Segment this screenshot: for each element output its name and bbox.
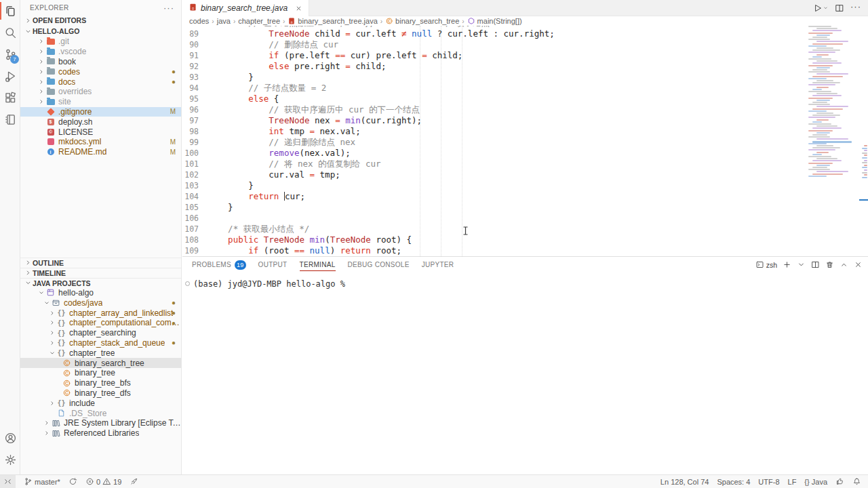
tree-item-book[interactable]: book bbox=[20, 57, 181, 67]
tree-item-gitignore[interactable]: .gitignoreM bbox=[20, 107, 181, 117]
split-icon[interactable] bbox=[811, 260, 820, 269]
chevron-up-icon[interactable] bbox=[840, 260, 848, 269]
line-number[interactable]: 107 bbox=[182, 224, 208, 235]
line-number[interactable]: 99 bbox=[182, 137, 208, 148]
code-line-104[interactable]: 104 return cur; bbox=[182, 191, 868, 202]
tree-item-binary-tree-bfs[interactable]: binary_tree_bfs bbox=[20, 378, 181, 388]
panel-tab-jupyter[interactable]: JUPYTER bbox=[422, 257, 454, 272]
line-number[interactable]: 104 bbox=[182, 191, 208, 202]
tree-item-readme-md[interactable]: iREADME.mdM bbox=[20, 147, 181, 157]
tree-item-codes[interactable]: codes● bbox=[20, 66, 181, 77]
tree-item-binary-tree[interactable]: binary_tree bbox=[20, 368, 181, 378]
panel-tab-problems[interactable]: PROBLEMS19 bbox=[192, 257, 246, 272]
line-number[interactable]: 92 bbox=[182, 61, 208, 72]
breadcrumb-item-binary-search-tree[interactable]: binary_search_tree bbox=[385, 17, 459, 25]
run-button[interactable] bbox=[813, 3, 829, 13]
activitybar-item-source-control[interactable]: 7 bbox=[0, 43, 20, 65]
code-line-102[interactable]: 102 cur.val = tmp; bbox=[182, 169, 868, 180]
tree-item-codes-java[interactable]: codes/java● bbox=[20, 298, 181, 308]
panel-tab-debug-console[interactable]: DEBUG CONSOLE bbox=[348, 257, 410, 272]
status-item-cursor-position[interactable]: Ln 128, Col 74 bbox=[660, 478, 709, 486]
code-line-95[interactable]: 95 else { bbox=[182, 94, 868, 104]
tree-item-vscode[interactable]: .vscode bbox=[20, 47, 181, 57]
breadcrumb-item-binary-search-tree-java[interactable]: binary_search_tree.java bbox=[288, 17, 377, 25]
status-item-language-mode[interactable]: {} Java bbox=[804, 478, 827, 486]
status-item-branch[interactable]: master* bbox=[24, 477, 60, 486]
tree-item-git[interactable]: .git bbox=[20, 37, 181, 47]
code-line-106[interactable]: 106 bbox=[182, 213, 868, 224]
activitybar-item-run-debug[interactable] bbox=[0, 65, 20, 87]
code-line-109[interactable]: 109 if (root == null) return root; bbox=[182, 245, 868, 256]
code-line-94[interactable]: 94 // 子结点数量 = 2 bbox=[182, 83, 868, 94]
tree-item-chapter-stack-and-queue[interactable]: {}chapter_stack_and_queue● bbox=[20, 338, 181, 348]
tree-item-chapter-computational-complexity[interactable]: {}chapter_computational_complexity● bbox=[20, 318, 181, 328]
chevron-down-icon[interactable] bbox=[797, 260, 806, 269]
plus-icon[interactable] bbox=[783, 260, 791, 269]
status-item-eol[interactable]: LF bbox=[788, 478, 797, 486]
line-number[interactable]: 105 bbox=[182, 202, 208, 213]
code-line-92[interactable]: 92 else pre.right = child; bbox=[182, 61, 868, 72]
code-line-105[interactable]: 105 } bbox=[182, 202, 868, 213]
terminal[interactable]: (base) jyd@JYD-MBP hello-algo % bbox=[182, 272, 868, 289]
line-number[interactable]: 97 bbox=[182, 115, 208, 126]
tree-item-docs[interactable]: docs● bbox=[20, 77, 181, 87]
line-number[interactable]: 103 bbox=[182, 180, 208, 191]
code-line-103[interactable]: 103 } bbox=[182, 180, 868, 191]
status-item-rocket[interactable] bbox=[130, 477, 138, 486]
line-number[interactable]: 89 bbox=[182, 28, 208, 39]
tree-item-include[interactable]: {}include bbox=[20, 398, 181, 408]
tree-item-hello-algo[interactable]: hello-algo bbox=[20, 288, 181, 298]
tree-item-license[interactable]: ©LICENSE bbox=[20, 127, 181, 137]
code-line-91[interactable]: 91 if (pre.left == cur) pre.left = child… bbox=[182, 50, 868, 61]
tree-item-referenced-libraries[interactable]: Referenced Libraries bbox=[20, 428, 181, 439]
close-icon[interactable] bbox=[295, 5, 302, 12]
tree-item-chapter-array-and-linkedlist[interactable]: {}chapter_array_and_linkedlist● bbox=[20, 308, 181, 318]
more-actions-button[interactable]: ··· bbox=[850, 1, 861, 12]
line-number[interactable]: 93 bbox=[182, 72, 208, 83]
line-number[interactable]: 94 bbox=[182, 83, 208, 94]
terminal-shell-select[interactable]: zsh bbox=[755, 260, 777, 269]
outline-header[interactable]: OUTLINE bbox=[20, 258, 181, 268]
code-line-89[interactable]: 89 TreeNode child = cur.left ≠ null ? cu… bbox=[182, 28, 868, 39]
breadcrumb-item-chapter-tree[interactable]: chapter_tree bbox=[238, 17, 280, 25]
command-decoration-icon[interactable] bbox=[185, 281, 190, 286]
activitybar-item-settings[interactable] bbox=[0, 449, 20, 470]
line-number[interactable]: 108 bbox=[182, 235, 208, 245]
split-editor-button[interactable] bbox=[835, 3, 844, 13]
activitybar-item-explorer[interactable] bbox=[0, 0, 20, 22]
line-number[interactable]: 100 bbox=[182, 148, 208, 159]
code-line-107[interactable]: 107 /* 获取最小结点 */ bbox=[182, 224, 868, 235]
status-item-encoding[interactable]: UTF-8 bbox=[758, 478, 779, 486]
breadcrumb-item-codes[interactable]: codes bbox=[189, 17, 209, 25]
sidebar-more-icon[interactable]: ··· bbox=[163, 3, 174, 13]
tree-item-deploy-sh[interactable]: $deploy.sh bbox=[20, 117, 181, 127]
line-number[interactable]: 98 bbox=[182, 126, 208, 137]
tree-item-overrides[interactable]: overrides bbox=[20, 87, 181, 97]
timeline-header[interactable]: TIMELINE bbox=[20, 268, 181, 278]
line-number[interactable]: 102 bbox=[182, 169, 208, 180]
java-projects-header[interactable]: JAVA PROJECTS bbox=[20, 278, 181, 288]
code-line-96[interactable]: 96 // 获取中序遍历中 cur 的下一个结点 bbox=[182, 104, 868, 115]
trash-icon[interactable] bbox=[825, 260, 834, 269]
activitybar-item-search[interactable] bbox=[0, 22, 20, 43]
tab-binary-search-tree-java[interactable]: binary_search_tree.java bbox=[182, 0, 309, 16]
tree-item-jre-system-library-eclipse-temurin-17-17[interactable]: JRE System Library [Eclipse Temurin 17 [… bbox=[20, 418, 181, 428]
code-line-90[interactable]: 90 // 删除结点 cur bbox=[182, 39, 868, 50]
code-line-93[interactable]: 93 } bbox=[182, 72, 868, 83]
code-line-99[interactable]: 99 // 递归删除结点 nex bbox=[182, 137, 868, 148]
code-line-100[interactable]: 100 remove(nex.val); bbox=[182, 148, 868, 159]
code-line-101[interactable]: 101 // 将 nex 的值复制给 cur bbox=[182, 159, 868, 169]
line-number[interactable]: 95 bbox=[182, 94, 208, 104]
line-number[interactable]: 109 bbox=[182, 245, 208, 256]
line-number[interactable]: 91 bbox=[182, 50, 208, 61]
status-item-remote[interactable] bbox=[0, 475, 16, 488]
minimap[interactable] bbox=[807, 26, 850, 256]
panel-tab-output[interactable]: OUTPUT bbox=[258, 257, 288, 272]
tree-item-mkdocs-yml[interactable]: mkdocs.ymlM bbox=[20, 137, 181, 147]
close-icon[interactable] bbox=[854, 260, 863, 269]
status-item-sync[interactable] bbox=[68, 477, 77, 486]
status-item-java-status[interactable] bbox=[835, 477, 844, 486]
status-item-problems[interactable]: 019 bbox=[85, 477, 121, 486]
activitybar-item-extensions[interactable] bbox=[0, 87, 20, 108]
tree-item-binary-tree-dfs[interactable]: binary_tree_dfs bbox=[20, 388, 181, 399]
